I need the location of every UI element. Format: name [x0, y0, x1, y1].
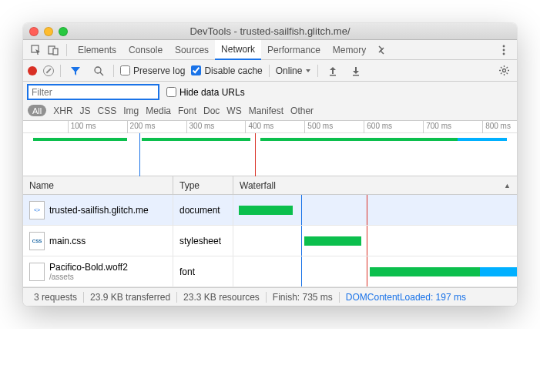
- tick: 500 ms: [304, 121, 333, 133]
- clear-button[interactable]: [43, 65, 54, 76]
- titlebar: DevTools - trusted-sailfish.glitch.me/: [23, 23, 517, 40]
- filter-icon[interactable]: [67, 62, 84, 79]
- svg-rect-8: [330, 75, 336, 76]
- svg-rect-2: [53, 49, 58, 55]
- wf-load-line: [367, 226, 367, 256]
- type-js[interactable]: JS: [80, 106, 91, 116]
- devtools-window: DevTools - trusted-sailfish.glitch.me/ E…: [23, 23, 517, 306]
- tick: 400 ms: [245, 121, 273, 133]
- dcl-line: [139, 133, 140, 176]
- overview-bar: [458, 138, 507, 141]
- col-name[interactable]: Name: [23, 176, 173, 194]
- tab-memory[interactable]: Memory: [327, 40, 372, 60]
- tab-network[interactable]: Network: [215, 40, 261, 60]
- hide-data-urls-label: Hide data URLs: [179, 87, 245, 98]
- search-icon[interactable]: [90, 62, 107, 79]
- svg-rect-9: [353, 75, 359, 76]
- tick: 600 ms: [364, 121, 392, 133]
- file-icon-blank: [29, 263, 45, 281]
- request-row[interactable]: main.css stylesheet: [23, 226, 517, 256]
- upload-har-icon[interactable]: [324, 62, 341, 79]
- overview-bar: [33, 138, 127, 141]
- filter-input[interactable]: [28, 85, 159, 99]
- kebab-menu-icon[interactable]: [495, 42, 512, 59]
- more-tabs-icon[interactable]: [372, 42, 389, 59]
- waterfall-bar: [239, 206, 293, 215]
- type-xhr[interactable]: XHR: [53, 106, 72, 116]
- col-waterfall-label: Waterfall: [240, 180, 276, 191]
- preserve-log-checkbox[interactable]: Preserve log: [120, 65, 185, 76]
- type-doc[interactable]: Doc: [203, 106, 220, 116]
- request-row[interactable]: <> trusted-sailfish.glitch.me document: [23, 195, 517, 226]
- type-img[interactable]: Img: [123, 106, 139, 116]
- tab-performance[interactable]: Performance: [261, 40, 327, 60]
- svg-point-10: [502, 69, 505, 72]
- load-line: [255, 133, 256, 176]
- download-har-icon[interactable]: [347, 62, 364, 79]
- request-name: main.css: [49, 236, 86, 246]
- svg-point-3: [503, 45, 505, 47]
- type-other[interactable]: Other: [290, 106, 314, 116]
- settings-gear-icon[interactable]: [495, 62, 512, 79]
- waterfall-bar: [370, 267, 481, 276]
- tab-console[interactable]: Console: [122, 40, 169, 60]
- network-toolbar: Preserve log Disable cache Online: [23, 60, 517, 82]
- wf-dcl-line: [301, 256, 302, 286]
- status-requests: 3 requests: [28, 292, 84, 303]
- file-icon-html: <>: [29, 201, 45, 219]
- request-name: trusted-sailfish.glitch.me: [49, 205, 149, 216]
- window-title: DevTools - trusted-sailfish.glitch.me/: [29, 25, 511, 37]
- tab-elements[interactable]: Elements: [72, 40, 122, 60]
- type-font[interactable]: Font: [178, 106, 196, 116]
- device-toggle-icon[interactable]: [45, 42, 62, 59]
- type-css[interactable]: CSS: [98, 106, 117, 116]
- request-type: stylesheet: [173, 226, 233, 256]
- ruler: 100 ms 200 ms 300 ms 400 ms 500 ms 600 m…: [23, 121, 517, 133]
- svg-point-6: [95, 67, 101, 73]
- type-media[interactable]: Media: [146, 106, 171, 116]
- inspect-icon[interactable]: [28, 42, 45, 59]
- wf-load-line: [367, 195, 367, 225]
- status-resources: 23.3 KB resources: [177, 292, 267, 303]
- file-icon-css: [29, 232, 45, 250]
- svg-line-16: [506, 73, 508, 75]
- waterfall-bar: [304, 236, 361, 246]
- disable-cache-checkbox[interactable]: Disable cache: [191, 65, 262, 76]
- table-header: Name Type Waterfall▲: [23, 176, 517, 195]
- request-type: document: [173, 195, 233, 225]
- request-rows: <> trusted-sailfish.glitch.me document m…: [23, 195, 517, 287]
- wf-dcl-line: [301, 195, 302, 225]
- type-all[interactable]: All: [28, 105, 46, 116]
- filter-row: Hide data URLs: [23, 82, 517, 102]
- timeline-overview[interactable]: 100 ms 200 ms 300 ms 400 ms 500 ms 600 m…: [23, 121, 517, 176]
- throttling-select[interactable]: Online: [276, 65, 312, 76]
- request-type: font: [173, 256, 233, 286]
- disable-cache-label: Disable cache: [204, 65, 262, 76]
- request-path: /assets: [49, 273, 128, 281]
- overview-bar: [142, 138, 250, 141]
- type-manifest[interactable]: Manifest: [249, 106, 283, 116]
- type-ws[interactable]: WS: [226, 106, 241, 116]
- tick: 100 ms: [68, 121, 96, 133]
- throttling-value: Online: [276, 65, 303, 76]
- status-dcl: DOMContentLoaded: 197 ms: [340, 292, 472, 303]
- svg-line-7: [100, 72, 103, 75]
- type-filter-row: All XHR JS CSS Img Media Font Doc WS Man…: [23, 102, 517, 121]
- tick: 800 ms: [482, 121, 511, 133]
- hide-data-urls-checkbox[interactable]: Hide data URLs: [166, 87, 245, 98]
- sort-asc-icon: ▲: [504, 182, 511, 189]
- overview-body: [23, 133, 517, 176]
- svg-line-18: [501, 73, 502, 75]
- svg-line-15: [501, 67, 502, 69]
- svg-point-5: [503, 52, 505, 55]
- request-name: Pacifico-Bold.woff2: [49, 262, 128, 273]
- wf-dcl-line: [301, 226, 302, 256]
- request-row[interactable]: Pacifico-Bold.woff2 /assets font: [23, 256, 517, 287]
- record-button[interactable]: [28, 66, 37, 75]
- col-type[interactable]: Type: [173, 176, 233, 194]
- col-waterfall[interactable]: Waterfall▲: [233, 176, 517, 194]
- tab-sources[interactable]: Sources: [169, 40, 215, 60]
- tick: 300 ms: [186, 121, 215, 133]
- tick: 200 ms: [127, 121, 156, 133]
- overview-bar: [369, 138, 458, 141]
